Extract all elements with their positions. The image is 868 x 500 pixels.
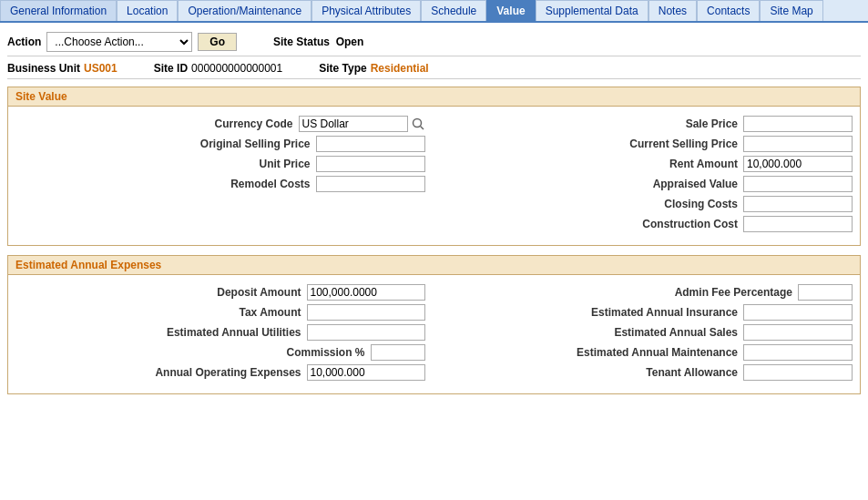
current-selling-price-label: Current Selling Price <box>629 138 738 150</box>
svg-point-0 <box>413 119 421 128</box>
estimated-annual-insurance-input[interactable] <box>743 304 853 321</box>
rent-amount-input[interactable] <box>743 156 853 172</box>
commission-input[interactable] <box>371 344 425 361</box>
construction-cost-row: Construction Cost <box>444 216 853 232</box>
closing-costs-row: Closing Costs <box>444 196 853 212</box>
remodel-costs-input[interactable] <box>316 176 425 192</box>
deposit-amount-input[interactable] <box>307 284 425 301</box>
deposit-amount-row: Deposit Amount <box>15 284 425 301</box>
estimated-annual-insurance-label: Estimated Annual Insurance <box>591 306 738 319</box>
annual-operating-expenses-label: Annual Operating Expenses <box>155 366 301 379</box>
tax-amount-label: Tax Amount <box>240 306 301 319</box>
action-label: Action <box>7 36 41 48</box>
estimated-annual-sales-input[interactable] <box>743 324 853 341</box>
tab-general-information[interactable]: General Information <box>0 0 117 21</box>
estimated-annual-sales-label: Estimated Annual Sales <box>614 326 738 339</box>
appraised-value-row: Appraised Value <box>444 176 853 192</box>
sale-price-input[interactable] <box>743 116 853 132</box>
main-content: Action ...Choose Action... Go Site Statu… <box>0 23 868 409</box>
construction-cost-input[interactable] <box>743 216 853 232</box>
tenant-allowance-input[interactable] <box>743 364 853 381</box>
tab-contacts[interactable]: Contacts <box>697 0 760 21</box>
tax-amount-row: Tax Amount <box>15 304 425 321</box>
appraised-value-input[interactable] <box>743 176 853 192</box>
remodel-costs-row: Remodel Costs <box>15 176 425 192</box>
tab-physical-attributes[interactable]: Physical Attributes <box>311 0 421 21</box>
site-value-right: Sale Price Current Selling Price Rent Am… <box>444 116 853 236</box>
sale-price-row: Sale Price <box>444 116 853 132</box>
site-id-item: Site ID 000000000000001 <box>154 62 282 75</box>
currency-code-row: Currency Code <box>15 116 425 132</box>
tab-location[interactable]: Location <box>117 0 178 21</box>
construction-cost-label: Construction Cost <box>642 218 738 230</box>
site-type-item: Site Type Residential <box>319 62 429 75</box>
estimated-annual-maintenance-input[interactable] <box>743 344 853 361</box>
site-status-label: Site Status <box>273 36 330 48</box>
estimated-annual-maintenance-row: Estimated Annual Maintenance <box>444 344 853 361</box>
site-id-label: Site ID <box>154 62 188 75</box>
current-selling-price-input[interactable] <box>743 136 853 152</box>
site-value-left: Currency Code Original Selling Price <box>15 116 425 236</box>
closing-costs-input[interactable] <box>743 196 853 212</box>
expenses-right: Admin Fee Percentage Estimated Annual In… <box>444 284 853 384</box>
tab-schedule[interactable]: Schedule <box>421 0 486 21</box>
business-unit-value: US001 <box>84 62 117 75</box>
deposit-amount-label: Deposit Amount <box>217 286 301 299</box>
business-unit-item: Business Unit US001 <box>7 62 117 75</box>
sale-price-label: Sale Price <box>686 117 738 130</box>
estimated-annual-maintenance-label: Estimated Annual Maintenance <box>577 346 738 359</box>
site-value-title: Site Value <box>8 87 860 107</box>
site-value-grid: Currency Code Original Selling Price <box>15 116 853 236</box>
appraised-value-label: Appraised Value <box>653 178 738 190</box>
estimated-annual-utilities-input[interactable] <box>307 324 425 341</box>
annual-operating-expenses-input[interactable] <box>307 364 425 381</box>
tenant-allowance-row: Tenant Allowance <box>444 364 853 381</box>
current-selling-price-row: Current Selling Price <box>444 136 853 152</box>
tab-value[interactable]: Value <box>486 0 535 21</box>
expenses-title: Estimated Annual Expenses <box>8 256 860 275</box>
original-selling-price-input[interactable] <box>316 136 425 152</box>
tab-notes[interactable]: Notes <box>648 0 697 21</box>
admin-fee-percentage-label: Admin Fee Percentage <box>675 286 792 299</box>
admin-fee-percentage-input[interactable] <box>798 284 853 301</box>
commission-row: Commission % <box>15 344 425 361</box>
expenses-grid: Deposit Amount Tax Amount Estimated Annu… <box>15 284 853 384</box>
site-status-value: Open <box>336 36 364 48</box>
annual-operating-expenses-row: Annual Operating Expenses <box>15 364 425 381</box>
currency-code-input[interactable] <box>299 116 408 132</box>
tax-amount-input[interactable] <box>307 304 425 321</box>
admin-fee-percentage-row: Admin Fee Percentage <box>444 284 853 301</box>
estimated-annual-utilities-label: Estimated Annual Utilities <box>167 326 301 339</box>
site-value-body: Currency Code Original Selling Price <box>8 107 860 245</box>
original-selling-price-row: Original Selling Price <box>15 136 425 152</box>
site-value-section: Site Value Currency Code <box>7 87 861 246</box>
action-row: Action ...Choose Action... Go Site Statu… <box>7 28 861 56</box>
svg-line-1 <box>420 127 424 130</box>
currency-code-label: Currency Code <box>214 117 292 130</box>
site-type-label: Site Type <box>319 62 366 75</box>
original-selling-price-label: Original Selling Price <box>200 138 311 150</box>
tenant-allowance-label: Tenant Allowance <box>646 366 738 379</box>
tab-site-map[interactable]: Site Map <box>760 0 822 21</box>
estimated-annual-utilities-row: Estimated Annual Utilities <box>15 324 425 341</box>
action-select[interactable]: ...Choose Action... <box>46 32 192 52</box>
rent-amount-label: Rent Amount <box>669 158 738 170</box>
tab-supplemental-data[interactable]: Supplemental Data <box>536 0 648 21</box>
unit-price-input[interactable] <box>316 156 425 172</box>
estimated-annual-sales-row: Estimated Annual Sales <box>444 324 853 341</box>
expenses-left: Deposit Amount Tax Amount Estimated Annu… <box>15 284 425 384</box>
tab-operation-maintenance[interactable]: Operation/Maintenance <box>178 0 311 21</box>
business-unit-label: Business Unit <box>7 62 80 75</box>
unit-price-row: Unit Price <box>15 156 425 172</box>
remodel-costs-label: Remodel Costs <box>230 178 310 190</box>
unit-price-label: Unit Price <box>259 158 310 170</box>
site-id-value: 000000000000001 <box>191 62 282 75</box>
go-button[interactable]: Go <box>198 33 237 51</box>
tab-bar: General Information Location Operation/M… <box>0 0 868 23</box>
expenses-body: Deposit Amount Tax Amount Estimated Annu… <box>8 275 860 393</box>
closing-costs-label: Closing Costs <box>664 198 738 210</box>
estimated-annual-insurance-row: Estimated Annual Insurance <box>444 304 853 321</box>
rent-amount-row: Rent Amount <box>444 156 853 172</box>
commission-label: Commission % <box>286 346 364 359</box>
currency-lookup-icon[interactable] <box>411 117 425 131</box>
